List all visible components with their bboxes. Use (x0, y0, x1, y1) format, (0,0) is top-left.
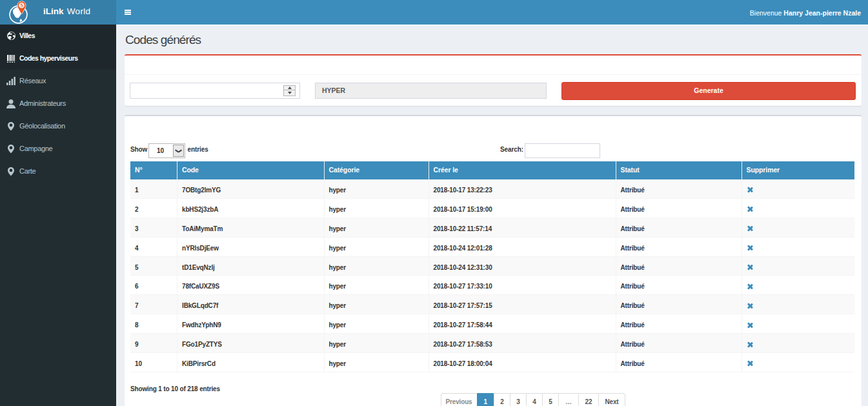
svg-text:S: S (20, 2, 23, 8)
